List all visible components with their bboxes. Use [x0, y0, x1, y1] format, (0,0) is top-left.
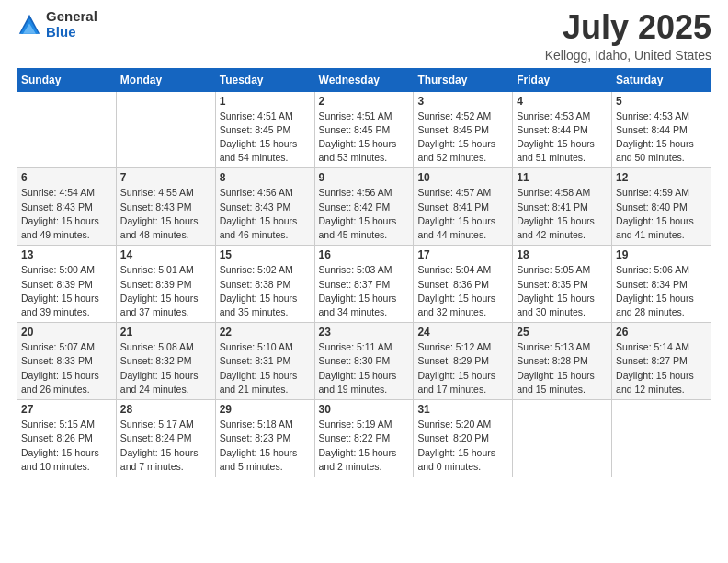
calendar-cell: [116, 91, 215, 168]
day-number: 5: [616, 95, 707, 108]
calendar-cell: 11Sunrise: 4:58 AM Sunset: 8:41 PM Dayli…: [513, 168, 612, 246]
title-section: July 2025 Kellogg, Idaho, United States: [545, 9, 711, 63]
day-number: 11: [517, 171, 608, 184]
calendar-cell: 5Sunrise: 4:53 AM Sunset: 8:44 PM Daylig…: [612, 91, 711, 168]
day-info: Sunrise: 5:20 AM Sunset: 8:20 PM Dayligh…: [417, 418, 508, 474]
calendar-cell: 10Sunrise: 4:57 AM Sunset: 8:41 PM Dayli…: [414, 168, 513, 246]
day-number: 26: [616, 326, 707, 339]
month-title: July 2025: [545, 9, 711, 46]
week-row-2: 6Sunrise: 4:54 AM Sunset: 8:43 PM Daylig…: [17, 168, 711, 246]
calendar-cell: 29Sunrise: 5:18 AM Sunset: 8:23 PM Dayli…: [215, 400, 314, 477]
calendar-cell: 3Sunrise: 4:52 AM Sunset: 8:45 PM Daylig…: [414, 91, 513, 168]
day-info: Sunrise: 5:02 AM Sunset: 8:38 PM Dayligh…: [220, 263, 311, 319]
calendar-cell: 26Sunrise: 5:14 AM Sunset: 8:27 PM Dayli…: [612, 323, 711, 400]
day-number: 13: [21, 248, 112, 261]
calendar-cell: 4Sunrise: 4:53 AM Sunset: 8:44 PM Daylig…: [513, 91, 612, 168]
day-info: Sunrise: 4:53 AM Sunset: 8:44 PM Dayligh…: [616, 109, 707, 166]
week-row-4: 20Sunrise: 5:07 AM Sunset: 8:33 PM Dayli…: [17, 323, 711, 400]
calendar-cell: 17Sunrise: 5:04 AM Sunset: 8:36 PM Dayli…: [414, 246, 513, 323]
day-info: Sunrise: 4:57 AM Sunset: 8:41 PM Dayligh…: [417, 186, 508, 242]
day-header-wednesday: Wednesday: [314, 68, 414, 91]
day-info: Sunrise: 5:04 AM Sunset: 8:36 PM Dayligh…: [417, 263, 508, 319]
calendar-cell: 27Sunrise: 5:15 AM Sunset: 8:26 PM Dayli…: [17, 400, 117, 477]
logo: General Blue: [17, 9, 97, 40]
day-info: Sunrise: 5:15 AM Sunset: 8:26 PM Dayligh…: [21, 418, 112, 474]
day-info: Sunrise: 4:52 AM Sunset: 8:45 PM Dayligh…: [417, 109, 508, 166]
day-info: Sunrise: 4:53 AM Sunset: 8:44 PM Dayligh…: [517, 109, 608, 166]
day-number: 22: [220, 326, 311, 339]
calendar-cell: 6Sunrise: 4:54 AM Sunset: 8:43 PM Daylig…: [17, 168, 117, 246]
day-info: Sunrise: 4:59 AM Sunset: 8:40 PM Dayligh…: [616, 186, 707, 242]
location: Kellogg, Idaho, United States: [545, 48, 711, 63]
day-number: 24: [417, 326, 508, 339]
week-row-3: 13Sunrise: 5:00 AM Sunset: 8:39 PM Dayli…: [17, 246, 711, 323]
calendar-cell: 22Sunrise: 5:10 AM Sunset: 8:31 PM Dayli…: [215, 323, 314, 400]
day-info: Sunrise: 5:07 AM Sunset: 8:33 PM Dayligh…: [21, 340, 112, 396]
day-number: 7: [120, 171, 211, 184]
day-info: Sunrise: 4:51 AM Sunset: 8:45 PM Dayligh…: [319, 109, 410, 166]
day-number: 8: [220, 171, 311, 184]
day-number: 23: [319, 326, 410, 339]
calendar-cell: 7Sunrise: 4:55 AM Sunset: 8:43 PM Daylig…: [116, 168, 215, 246]
logo-general: General: [46, 9, 97, 25]
day-number: 19: [616, 248, 707, 261]
day-number: 15: [220, 248, 311, 261]
calendar-cell: 25Sunrise: 5:13 AM Sunset: 8:28 PM Dayli…: [513, 323, 612, 400]
day-number: 12: [616, 171, 707, 184]
day-number: 25: [517, 326, 608, 339]
day-info: Sunrise: 5:19 AM Sunset: 8:22 PM Dayligh…: [319, 418, 410, 474]
calendar-cell: 28Sunrise: 5:17 AM Sunset: 8:24 PM Dayli…: [116, 400, 215, 477]
day-number: 27: [21, 403, 112, 416]
calendar-cell: 21Sunrise: 5:08 AM Sunset: 8:32 PM Dayli…: [116, 323, 215, 400]
day-header-tuesday: Tuesday: [215, 68, 314, 91]
week-row-5: 27Sunrise: 5:15 AM Sunset: 8:26 PM Dayli…: [17, 400, 711, 477]
day-number: 10: [417, 171, 508, 184]
day-number: 17: [417, 248, 508, 261]
calendar-cell: 9Sunrise: 4:56 AM Sunset: 8:42 PM Daylig…: [314, 168, 414, 246]
day-number: 29: [220, 403, 311, 416]
calendar-cell: 8Sunrise: 4:56 AM Sunset: 8:43 PM Daylig…: [215, 168, 314, 246]
calendar: SundayMondayTuesdayWednesdayThursdayFrid…: [17, 68, 711, 477]
day-number: 2: [319, 95, 410, 108]
calendar-cell: 16Sunrise: 5:03 AM Sunset: 8:37 PM Dayli…: [314, 246, 414, 323]
calendar-cell: 14Sunrise: 5:01 AM Sunset: 8:39 PM Dayli…: [116, 246, 215, 323]
day-info: Sunrise: 5:10 AM Sunset: 8:31 PM Dayligh…: [220, 340, 311, 396]
header: General Blue July 2025 Kellogg, Idaho, U…: [17, 9, 711, 63]
day-info: Sunrise: 5:01 AM Sunset: 8:39 PM Dayligh…: [120, 263, 211, 319]
day-number: 31: [417, 403, 508, 416]
day-info: Sunrise: 5:00 AM Sunset: 8:39 PM Dayligh…: [21, 263, 112, 319]
day-info: Sunrise: 5:12 AM Sunset: 8:29 PM Dayligh…: [417, 340, 508, 396]
day-info: Sunrise: 4:56 AM Sunset: 8:43 PM Dayligh…: [220, 186, 311, 242]
day-number: 16: [319, 248, 410, 261]
day-info: Sunrise: 5:03 AM Sunset: 8:37 PM Dayligh…: [319, 263, 410, 319]
page: General Blue July 2025 Kellogg, Idaho, U…: [0, 0, 728, 563]
day-info: Sunrise: 4:58 AM Sunset: 8:41 PM Dayligh…: [517, 186, 608, 242]
day-info: Sunrise: 5:06 AM Sunset: 8:34 PM Dayligh…: [616, 263, 707, 319]
day-number: 18: [517, 248, 608, 261]
logo-blue: Blue: [46, 25, 97, 40]
day-info: Sunrise: 5:08 AM Sunset: 8:32 PM Dayligh…: [120, 340, 211, 396]
calendar-cell: [17, 91, 117, 168]
day-info: Sunrise: 4:55 AM Sunset: 8:43 PM Dayligh…: [120, 186, 211, 242]
day-number: 20: [21, 326, 112, 339]
calendar-cell: 18Sunrise: 5:05 AM Sunset: 8:35 PM Dayli…: [513, 246, 612, 323]
calendar-cell: 24Sunrise: 5:12 AM Sunset: 8:29 PM Dayli…: [414, 323, 513, 400]
day-header-monday: Monday: [116, 68, 215, 91]
calendar-cell: 23Sunrise: 5:11 AM Sunset: 8:30 PM Dayli…: [314, 323, 414, 400]
day-header-saturday: Saturday: [612, 68, 711, 91]
calendar-cell: 20Sunrise: 5:07 AM Sunset: 8:33 PM Dayli…: [17, 323, 117, 400]
day-info: Sunrise: 5:18 AM Sunset: 8:23 PM Dayligh…: [220, 418, 311, 474]
day-number: 9: [319, 171, 410, 184]
day-number: 14: [120, 248, 211, 261]
logo-text: General Blue: [46, 9, 97, 40]
calendar-cell: [612, 400, 711, 477]
day-info: Sunrise: 5:11 AM Sunset: 8:30 PM Dayligh…: [319, 340, 410, 396]
calendar-header-row: SundayMondayTuesdayWednesdayThursdayFrid…: [17, 68, 711, 91]
day-number: 30: [319, 403, 410, 416]
day-header-thursday: Thursday: [414, 68, 513, 91]
day-number: 4: [517, 95, 608, 108]
day-info: Sunrise: 4:54 AM Sunset: 8:43 PM Dayligh…: [21, 186, 112, 242]
day-info: Sunrise: 5:13 AM Sunset: 8:28 PM Dayligh…: [517, 340, 608, 396]
calendar-cell: 30Sunrise: 5:19 AM Sunset: 8:22 PM Dayli…: [314, 400, 414, 477]
calendar-cell: 12Sunrise: 4:59 AM Sunset: 8:40 PM Dayli…: [612, 168, 711, 246]
